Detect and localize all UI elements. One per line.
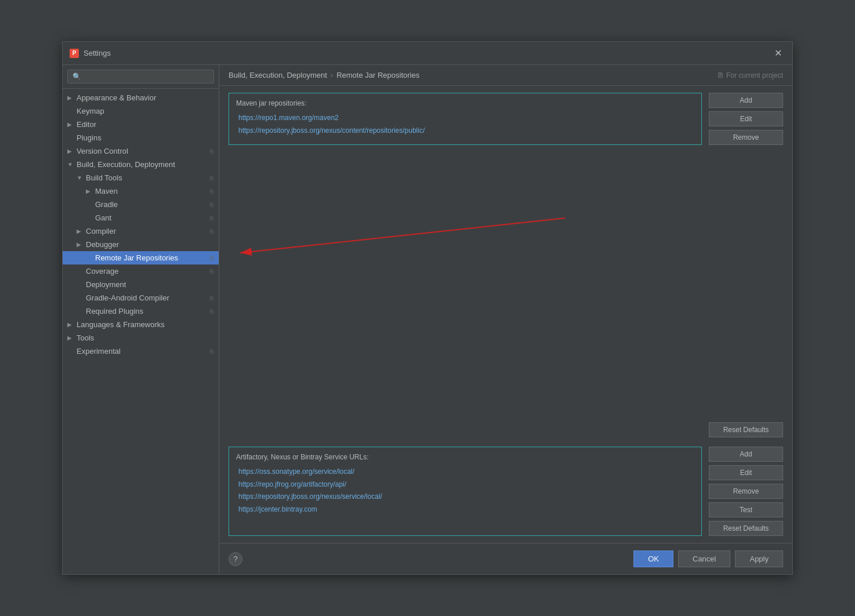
sidebar-item-languages[interactable]: ▶Languages & Frameworks — [63, 318, 219, 331]
service-section-wrapper: Artifactory, Nexus or Bintray Service UR… — [229, 447, 783, 536]
debugger-label: Debugger — [86, 240, 119, 249]
plugins-label: Plugins — [77, 133, 102, 142]
middle-section: Reset Defaults — [229, 154, 783, 437]
sidebar-item-experimental[interactable]: Experimental⎘ — [63, 345, 219, 358]
list-item: https://repo1.maven.org/maven2 — [236, 112, 694, 125]
coverage-label: Coverage — [86, 267, 118, 276]
list-item: https://repo.jfrog.org/artifactory/api/ — [236, 479, 694, 491]
remote-jar-label: Remote Jar Repositories — [95, 253, 178, 262]
editor-arrow-icon: ▶ — [67, 121, 74, 128]
sidebar-item-version-control[interactable]: ▶Version Control⎘ — [63, 144, 219, 158]
settings-dialog: P Settings ✕ ▶Appearance & BehaviorKeyma… — [62, 41, 793, 575]
service-reset-button[interactable]: Reset Defaults — [709, 521, 783, 536]
middle-content — [229, 154, 702, 437]
sidebar-item-tools[interactable]: ▶Tools — [63, 331, 219, 345]
tools-arrow-icon: ▶ — [67, 335, 74, 341]
title-bar: P Settings ✕ — [63, 42, 792, 65]
service-test-button[interactable]: Test — [709, 502, 783, 517]
sidebar-item-editor[interactable]: ▶Editor — [63, 118, 219, 131]
gant-label: Gant — [95, 213, 111, 222]
coverage-copy-icon: ⎘ — [210, 268, 214, 275]
tools-label: Tools — [77, 334, 94, 342]
maven-label: Maven — [95, 187, 118, 195]
sidebar-item-coverage[interactable]: Coverage⎘ — [63, 264, 219, 278]
apply-button[interactable]: Apply — [735, 550, 783, 567]
sidebar: ▶Appearance & BehaviorKeymap▶EditorPlugi… — [63, 65, 219, 574]
breadcrumb: Build, Execution, Deployment › Remote Ja… — [229, 71, 419, 79]
list-item: https://repository.jboss.org/nexus/conte… — [236, 125, 694, 137]
sidebar-item-keymap[interactable]: Keymap — [63, 104, 219, 118]
build-tools-label: Build Tools — [86, 173, 122, 182]
deployment-label: Deployment — [86, 280, 126, 289]
service-remove-button[interactable]: Remove — [709, 484, 783, 499]
sidebar-item-build-execution[interactable]: ▼Build, Execution, Deployment — [63, 158, 219, 171]
sidebar-item-remote-jar[interactable]: Remote Jar Repositories⎘ — [63, 251, 219, 264]
compiler-label: Compiler — [86, 227, 116, 235]
for-current-project: 🖹 For current project — [717, 71, 783, 79]
service-buttons: Add Edit Remove Test Reset Defaults — [702, 447, 783, 536]
service-edit-button[interactable]: Edit — [709, 465, 783, 480]
maven-edit-button[interactable]: Edit — [709, 111, 783, 126]
breadcrumb-part2: Remote Jar Repositories — [336, 71, 419, 79]
languages-arrow-icon: ▶ — [67, 321, 74, 328]
maven-section-label: Maven jar repositories: — [236, 99, 694, 107]
breadcrumb-sep: › — [331, 71, 333, 79]
gradle-android-label: Gradle-Android Compiler — [86, 293, 169, 302]
service-section-label: Artifactory, Nexus or Bintray Service UR… — [236, 453, 694, 461]
maven-url-list: https://repo1.maven.org/maven2https://re… — [236, 112, 694, 137]
maven-remove-button[interactable]: Remove — [709, 130, 783, 145]
sidebar-item-gant[interactable]: Gant⎘ — [63, 211, 219, 224]
sidebar-item-gradle[interactable]: Gradle⎘ — [63, 198, 219, 211]
help-button[interactable]: ? — [229, 552, 242, 566]
main-content: ▶Appearance & BehaviorKeymap▶EditorPlugi… — [63, 65, 792, 574]
list-item: https://oss.sonatype.org/service/local/ — [236, 466, 694, 479]
maven-buttons: Add Edit Remove — [702, 93, 783, 145]
main-panel: Build, Execution, Deployment › Remote Ja… — [219, 65, 792, 574]
sidebar-item-compiler[interactable]: ▶Compiler⎘ — [63, 224, 219, 238]
experimental-copy-icon: ⎘ — [210, 348, 214, 355]
app-icon: P — [70, 49, 79, 58]
debugger-arrow-icon: ▶ — [77, 241, 84, 248]
remote-jar-copy-icon: ⎘ — [210, 255, 214, 262]
ok-button[interactable]: OK — [633, 550, 673, 567]
sidebar-item-build-tools[interactable]: ▼Build Tools⎘ — [63, 171, 219, 184]
version-control-label: Version Control — [77, 147, 128, 155]
maven-copy-icon: ⎘ — [210, 188, 214, 195]
languages-label: Languages & Frameworks — [77, 320, 165, 329]
maven-arrow-icon: ▶ — [86, 188, 93, 194]
sidebar-item-deployment[interactable]: Deployment — [63, 278, 219, 291]
list-item: https://repository.jboss.org/nexus/servi… — [236, 491, 694, 503]
sidebar-item-debugger[interactable]: ▶Debugger — [63, 238, 219, 251]
search-input[interactable] — [67, 70, 214, 84]
gradle-label: Gradle — [95, 200, 118, 209]
gradle-android-copy-icon: ⎘ — [210, 295, 214, 302]
editor-label: Editor — [77, 120, 96, 129]
compiler-copy-icon: ⎘ — [210, 228, 214, 235]
sidebar-item-appearance[interactable]: ▶Appearance & Behavior — [63, 91, 219, 104]
maven-add-button[interactable]: Add — [709, 93, 783, 108]
version-control-arrow-icon: ▶ — [67, 148, 74, 154]
middle-buttons: Reset Defaults — [702, 154, 783, 437]
build-execution-label: Build, Execution, Deployment — [77, 160, 175, 169]
build-execution-arrow-icon: ▼ — [67, 161, 74, 168]
cancel-button[interactable]: Cancel — [678, 550, 730, 567]
breadcrumb-part1: Build, Execution, Deployment — [229, 71, 327, 79]
footer: ? OK Cancel Apply — [219, 543, 792, 574]
sidebar-item-gradle-android[interactable]: Gradle-Android Compiler⎘ — [63, 291, 219, 305]
for-project-label: For current project — [726, 71, 783, 79]
maven-reset-button[interactable]: Reset Defaults — [709, 422, 783, 437]
sidebar-item-plugins[interactable]: Plugins — [63, 131, 219, 144]
service-add-button[interactable]: Add — [709, 447, 783, 462]
close-button[interactable]: ✕ — [771, 46, 785, 60]
maven-section: Maven jar repositories: https://repo1.ma… — [229, 93, 702, 145]
experimental-label: Experimental — [77, 347, 121, 356]
sidebar-item-required-plugins[interactable]: Required Plugins⎘ — [63, 305, 219, 318]
service-section: Artifactory, Nexus or Bintray Service UR… — [229, 447, 702, 536]
appearance-arrow-icon: ▶ — [67, 95, 74, 101]
build-tools-arrow-icon: ▼ — [77, 175, 84, 181]
sidebar-item-maven[interactable]: ▶Maven⎘ — [63, 184, 219, 198]
version-control-copy-icon: ⎘ — [210, 148, 214, 155]
maven-section-wrapper: Maven jar repositories: https://repo1.ma… — [229, 93, 783, 145]
compiler-arrow-icon: ▶ — [77, 228, 84, 234]
project-icon: 🖹 — [717, 71, 724, 79]
